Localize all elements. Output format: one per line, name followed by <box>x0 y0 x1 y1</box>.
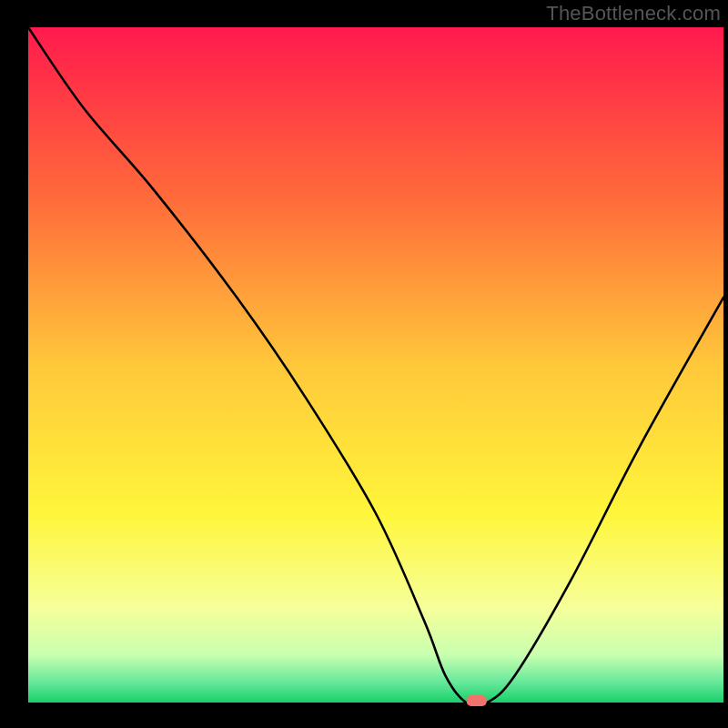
optimal-point-marker <box>467 695 487 706</box>
bottleneck-chart <box>0 0 728 728</box>
plot-background <box>28 27 723 703</box>
chart-container: TheBottleneck.com <box>0 0 728 728</box>
watermark-text: TheBottleneck.com <box>546 2 721 25</box>
